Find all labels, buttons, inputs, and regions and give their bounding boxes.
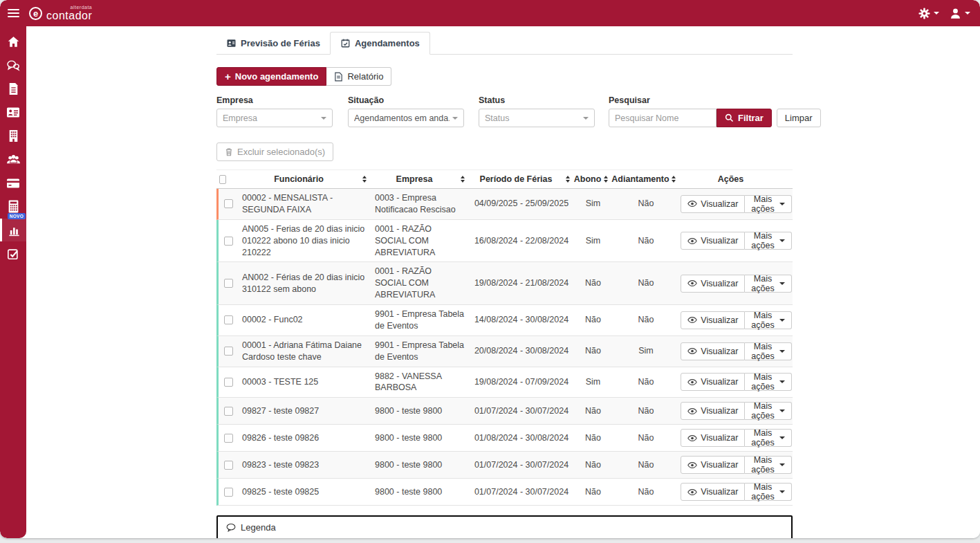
filter-button[interactable]: Filtrar [716, 109, 772, 127]
cell-funcionario: 09826 - teste 09826 [238, 429, 371, 448]
mais-acoes-button[interactable]: Mais ações [745, 429, 791, 447]
cell-adiantamento: Não [612, 402, 680, 421]
row-checkbox[interactable] [224, 315, 233, 324]
visualizar-button[interactable]: Visualizar [681, 342, 745, 360]
sidebar-item-employees[interactable] [0, 148, 26, 171]
document-icon [8, 82, 19, 95]
mais-acoes-button[interactable]: Mais ações [745, 232, 791, 250]
column-periodo-ferias[interactable]: Período de Férias [467, 171, 572, 187]
visualizar-button[interactable]: Visualizar [681, 373, 745, 391]
cell-adiantamento: Não [612, 194, 680, 213]
visualizar-button[interactable]: Visualizar [681, 429, 745, 447]
sidebar-item-reports[interactable] [0, 219, 26, 241]
cell-periodo: 04/09/2025 - 25/09/2025 [469, 194, 574, 213]
column-empresa[interactable]: Empresa [369, 171, 467, 187]
home-icon [7, 35, 20, 48]
row-checkbox[interactable] [224, 279, 233, 288]
row-checkbox[interactable] [224, 461, 233, 470]
cell-periodo: 16/08/2024 - 22/08/2024 [469, 232, 574, 250]
app-logo: e alterdata contador [29, 5, 92, 22]
sidebar-item-payments[interactable] [0, 172, 26, 194]
mais-acoes-button[interactable]: Mais ações [745, 456, 791, 474]
hamburger-menu-icon[interactable] [0, 0, 26, 26]
sidebar-item-tasks[interactable] [0, 242, 26, 265]
mais-acoes-button[interactable]: Mais ações [745, 402, 791, 420]
table-row: 00003 - TESTE 1259882 - VANESSA BARBOSA1… [216, 367, 793, 398]
visualizar-button[interactable]: Visualizar [681, 456, 745, 474]
sidebar-item-calculator[interactable]: NOVO [0, 195, 26, 218]
sort-icon [461, 176, 465, 183]
column-funcionario[interactable]: Funcionário [236, 171, 369, 187]
cell-adiantamento: Não [612, 456, 680, 475]
eye-icon [687, 461, 697, 469]
filter-bar: Empresa Empresa Situação Agendamentos em… [216, 95, 793, 127]
cell-periodo: 19/08/2024 - 07/09/2024 [469, 373, 574, 392]
settings-menu-button[interactable] [918, 7, 939, 20]
row-checkbox[interactable] [224, 347, 233, 356]
cell-adiantamento: Não [612, 274, 680, 293]
sidebar-item-messages[interactable] [0, 54, 26, 77]
sidebar-item-documents[interactable] [0, 77, 26, 100]
row-checkbox[interactable] [224, 199, 233, 208]
user-menu-button[interactable] [949, 7, 970, 20]
mais-acoes-button[interactable]: Mais ações [745, 311, 791, 329]
calculator-icon [8, 200, 19, 213]
sidebar-item-home[interactable] [0, 30, 26, 53]
row-checkbox[interactable] [224, 434, 233, 443]
tab-previsao-de-ferias[interactable]: Previsão de Férias [216, 32, 330, 55]
select-all-checkbox[interactable] [219, 175, 226, 184]
search-input[interactable] [609, 109, 716, 127]
chevron-down-icon [321, 117, 326, 120]
eye-icon [687, 237, 697, 245]
visualizar-button[interactable]: Visualizar [681, 232, 745, 250]
eye-icon [687, 407, 697, 415]
table-row: 00002 - Func029901 - Empresa Tabela de E… [216, 305, 793, 336]
tab-agendamentos[interactable]: Agendamentos [330, 32, 430, 55]
cell-funcionario: 09827 - teste 09827 [238, 402, 371, 421]
clear-button[interactable]: Limpar [777, 109, 821, 127]
table-body: 00002 - MENSALISTA - SEGUNDA FAIXA0003 -… [216, 189, 793, 506]
visualizar-button[interactable]: Visualizar [681, 402, 745, 420]
row-checkbox[interactable] [224, 407, 233, 416]
mais-acoes-button[interactable]: Mais ações [745, 483, 791, 501]
mais-acoes-button[interactable]: Mais ações [745, 373, 791, 391]
status-select[interactable]: Status [479, 109, 595, 127]
user-icon [949, 7, 962, 20]
sort-icon [566, 176, 570, 183]
cell-empresa: 9800 - teste 9800 [371, 402, 469, 421]
sidebar-item-contacts[interactable] [0, 101, 26, 124]
visualizar-button[interactable]: Visualizar [681, 195, 745, 213]
cell-periodo: 01/07/2024 - 30/07/2024 [469, 456, 574, 475]
cell-adiantamento: Não [612, 483, 680, 501]
visualizar-button[interactable]: Visualizar [681, 275, 745, 293]
search-icon [725, 113, 734, 122]
sort-icon [604, 176, 608, 183]
mais-acoes-button[interactable]: Mais ações [745, 342, 791, 360]
pesquisar-label: Pesquisar [609, 95, 821, 105]
eye-icon [687, 488, 697, 496]
row-checkbox[interactable] [224, 488, 233, 497]
cell-adiantamento: Não [612, 232, 680, 250]
table-row: 00001 - Adriana Fátima Daiane Cardoso te… [216, 336, 793, 367]
row-checkbox[interactable] [224, 378, 233, 387]
column-adiantamento[interactable]: Adiantamento [610, 171, 678, 187]
delete-selected-button[interactable]: Excluir selecionado(s) [216, 142, 333, 161]
cell-abono: Não [574, 483, 612, 501]
cell-periodo: 01/08/2024 - 30/08/2024 [469, 429, 574, 448]
situacao-select[interactable]: Agendamentos em anda... [348, 109, 464, 127]
mais-acoes-button[interactable]: Mais ações [745, 195, 791, 213]
cell-empresa: 0001 - RAZÃO SOCIAL COM ABREVIATURA [371, 262, 469, 304]
visualizar-button[interactable]: Visualizar [681, 483, 745, 501]
cell-adiantamento: Não [612, 373, 680, 392]
plus-icon: + [225, 71, 231, 82]
column-abono[interactable]: Abono [572, 171, 610, 187]
visualizar-button[interactable]: Visualizar [681, 311, 745, 329]
empresa-select[interactable]: Empresa [216, 109, 333, 127]
new-schedule-button[interactable]: + Novo agendamento [216, 67, 326, 86]
cell-abono: Não [574, 342, 612, 360]
row-checkbox[interactable] [224, 237, 233, 246]
mais-acoes-button[interactable]: Mais ações [745, 275, 791, 293]
cell-funcionario: 00002 - MENSALISTA - SEGUNDA FAIXA [238, 189, 371, 219]
report-button[interactable]: Relatório [326, 67, 391, 86]
sidebar-item-companies[interactable] [0, 125, 26, 147]
